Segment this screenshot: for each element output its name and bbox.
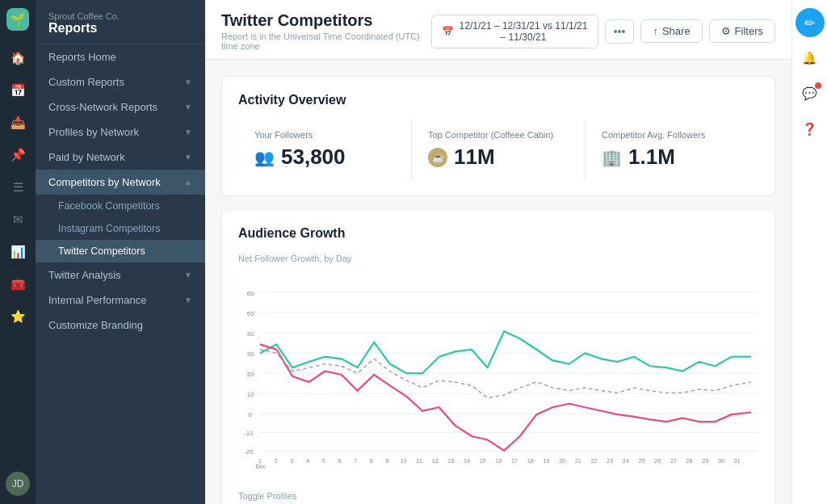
metric-followers: Your Followers 👥 53,800 [238,120,412,179]
avg-followers-value: 🏢 1.1M [602,145,742,170]
notification-badge [815,82,821,89]
activity-overview-title: Activity Overview [238,93,758,107]
svg-text:2: 2 [275,458,278,464]
sidebar-subitem-twitter[interactable]: Twitter Competitors [36,240,205,262]
sidebar-subitem-instagram[interactable]: Instagram Competitors [36,217,205,240]
reports-icon[interactable]: 📊 [3,237,32,267]
audience-growth-title: Audience Growth [238,226,758,241]
audience-growth-chart: 60 50 40 30 20 10 0 -10 -20 [238,270,758,480]
metric-top-competitor: Top Competitor (Coffeee Cabin) ☕ 11M [412,120,586,179]
metrics-row: Your Followers 👥 53,800 Top Competitor (… [238,120,758,179]
calendar-icon[interactable]: 📅 [3,76,32,105]
icon-rail: 🌱 🏠 📅 📥 📌 ☰ ✉ 📊 🧰 ⭐ JD [0,0,36,504]
company-name: Sprout Coffee Co. [48,11,192,21]
svg-text:60: 60 [247,290,254,297]
page-title: Twitter Competitors [221,11,431,30]
chevron-icon: ▼ [184,128,192,136]
svg-text:20: 20 [559,458,565,464]
svg-text:7: 7 [354,458,357,464]
svg-text:11: 11 [416,458,422,464]
chevron-icon: ▼ [184,296,192,304]
svg-text:16: 16 [495,458,502,464]
chevron-icon: ▼ [184,103,192,111]
svg-text:28: 28 [686,458,693,464]
home-icon[interactable]: 🏠 [3,44,32,73]
svg-text:15: 15 [480,458,486,464]
title-block: Twitter Competitors Report is in the Uni… [221,11,431,51]
svg-text:40: 40 [247,330,254,338]
help-icon[interactable]: ❓ [796,115,825,144]
app-logo[interactable]: 🌱 [6,8,29,31]
audience-growth-card: Audience Growth Net Follower Growth, by … [221,209,775,504]
svg-text:19: 19 [543,458,549,464]
inbox-icon[interactable]: 📥 [3,108,32,137]
svg-text:25: 25 [639,458,645,464]
svg-text:30: 30 [718,458,724,464]
svg-text:31: 31 [734,458,741,464]
svg-text:6: 6 [338,458,341,464]
svg-text:13: 13 [447,458,454,464]
sidebar-item-paid-by-network[interactable]: Paid by Network ▼ [36,145,205,170]
pin-icon[interactable]: 📌 [3,141,32,170]
svg-text:3: 3 [290,458,293,464]
svg-text:21: 21 [575,458,581,464]
header-controls: 📅 12/1/21 – 12/31/21 vs 11/1/21 – 11/30/… [431,15,775,48]
svg-text:10: 10 [247,391,254,398]
svg-text:Dec: Dec [255,464,266,470]
filters-button[interactable]: ⚙ Filters [709,19,775,43]
sidebar-subitem-facebook[interactable]: Facebook Competitors [36,195,205,217]
sidebar-item-reports-home[interactable]: Reports Home [36,44,205,69]
more-options-button[interactable]: ••• [605,19,635,44]
tools-icon[interactable]: 🧰 [3,270,32,299]
send-icon[interactable]: ✉ [3,205,32,234]
sidebar-item-twitter-analysis[interactable]: Twitter Analysis ▼ [36,262,205,288]
followers-value: 👥 53,800 [254,145,395,170]
svg-text:8: 8 [370,458,373,464]
svg-text:0: 0 [249,411,253,418]
chevron-icon: ▼ [184,78,192,86]
right-rail: ✏ 🔔 💬 ❓ [791,0,827,504]
sidebar-item-internal-performance[interactable]: Internal Performance ▼ [36,288,205,313]
sidebar: Sprout Coffee Co. Reports Reports Home C… [36,0,205,504]
sidebar-item-profiles-by-network[interactable]: Profiles by Network ▼ [36,120,205,145]
svg-text:27: 27 [670,458,677,464]
svg-text:26: 26 [654,458,661,464]
notifications-icon[interactable]: 🔔 [796,44,825,73]
share-button[interactable]: ↑ Share [640,19,702,43]
svg-text:24: 24 [623,458,629,464]
content-area: Activity Overview Your Followers 👥 53,80… [205,60,791,504]
chart-label: Net Follower Growth, by Day [238,254,758,263]
activity-icon[interactable]: 💬 [796,79,825,108]
compose-button[interactable]: ✏ [796,8,825,37]
followers-icon: 👥 [254,148,275,167]
date-range-text: 12/1/21 – 12/31/21 vs 11/1/21 – 11/30/21 [459,20,587,43]
top-competitor-label: Top Competitor (Coffeee Cabin) [428,130,569,140]
chart-wrap: 60 50 40 30 20 10 0 -10 -20 [238,270,758,483]
sidebar-item-custom-reports[interactable]: Custom Reports ▼ [36,69,205,94]
sidebar-item-cross-network[interactable]: Cross-Network Reports ▼ [36,94,205,120]
svg-text:22: 22 [590,458,597,464]
share-icon: ↑ [653,25,658,37]
star-icon[interactable]: ⭐ [3,302,32,331]
svg-text:9: 9 [385,458,388,464]
user-avatar[interactable]: JD [6,472,30,496]
svg-text:14: 14 [464,458,470,464]
calendar-icon: 📅 [442,26,454,37]
tasks-icon[interactable]: ☰ [3,173,32,202]
sidebar-item-customize-branding[interactable]: Customize Branding [36,313,205,338]
filter-icon: ⚙ [721,25,731,37]
sidebar-item-competitors-by-network[interactable]: Competitors by Network ▲ [36,170,205,195]
svg-text:18: 18 [527,458,534,464]
page-subtitle: Report is in the Universal Time Coordina… [221,32,431,51]
metric-avg-followers: Competitor Avg. Followers 🏢 1.1M [586,120,758,179]
chevron-icon: ▲ [184,178,192,187]
avg-followers-label: Competitor Avg. Followers [602,130,742,140]
sidebar-header: Sprout Coffee Co. Reports [36,0,205,44]
activity-overview-card: Activity Overview Your Followers 👥 53,80… [221,76,775,196]
toggle-profiles-label: Toggle Profiles [238,491,758,501]
date-range-button[interactable]: 📅 12/1/21 – 12/31/21 vs 11/1/21 – 11/30/… [431,15,598,48]
svg-text:50: 50 [247,310,254,317]
svg-text:30: 30 [247,351,254,358]
building-icon: 🏢 [602,148,622,167]
svg-text:23: 23 [607,458,613,464]
